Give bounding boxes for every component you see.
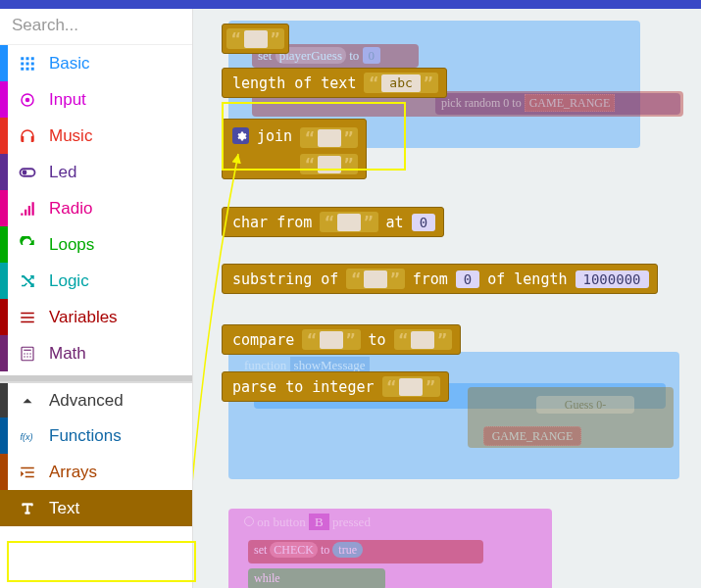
category-radio[interactable]: Radio [0, 190, 192, 226]
block-label: substring of [232, 270, 338, 288]
category-text[interactable]: Text [0, 490, 192, 526]
block-join[interactable]: join “” “” [222, 119, 367, 179]
string-slot[interactable]: “” [302, 329, 360, 350]
category-label: Basic [49, 54, 90, 74]
block-label: parse to integer [232, 378, 375, 396]
category-label: Functions [49, 426, 122, 446]
category-logic[interactable]: Logic [0, 263, 192, 299]
category-label: Logic [49, 271, 89, 291]
category-arrays[interactable]: Arrays [0, 454, 192, 490]
category-label: Math [49, 344, 86, 364]
svg-text:f(x): f(x) [21, 431, 33, 441]
calculator-icon [16, 345, 39, 363]
category-label: Text [49, 499, 79, 518]
string-slot[interactable]: “” [394, 329, 452, 350]
category-list: Basic Input Music Led Radio Loops Logic … [0, 45, 192, 588]
svg-point-3 [23, 170, 27, 174]
search-row [0, 9, 192, 45]
svg-point-1 [25, 97, 30, 102]
toggle-icon [16, 164, 39, 181]
category-label: Advanced [49, 391, 124, 411]
category-label: Arrays [49, 463, 97, 482]
block-label: length of text [232, 74, 356, 92]
signal-icon [16, 200, 39, 218]
grid-icon [16, 55, 39, 73]
fx-icon: f(x) [16, 427, 39, 445]
text-flyout: “” length of text “abc” join “” “” char … [211, 24, 701, 588]
gear-icon[interactable] [232, 127, 249, 144]
string-slot[interactable]: “” [320, 212, 377, 232]
search-input[interactable] [12, 16, 220, 35]
workspace[interactable]: set playerGuess to 0 pick random 0 to GA… [193, 9, 701, 588]
category-music[interactable]: Music [0, 118, 192, 154]
text-icon [16, 500, 39, 517]
category-loops[interactable]: Loops [0, 226, 192, 263]
category-label: Loops [49, 235, 94, 255]
string-slot[interactable]: “abc” [364, 73, 437, 93]
category-label: Music [49, 126, 92, 146]
category-math[interactable]: Math [0, 335, 192, 371]
category-led[interactable]: Led [0, 154, 192, 190]
list-icon [16, 309, 39, 326]
block-label: join [257, 127, 292, 145]
category-variables[interactable]: Variables [0, 299, 192, 335]
block-char-from[interactable]: char from “” at 0 [222, 207, 444, 237]
toolbox-sidebar: Basic Input Music Led Radio Loops Logic … [0, 9, 193, 588]
from-label: from [413, 270, 448, 288]
refresh-icon [16, 236, 39, 254]
category-basic[interactable]: Basic [0, 45, 192, 81]
number-input[interactable]: 0 [456, 270, 479, 288]
block-string-literal[interactable]: “” [222, 24, 289, 54]
category-advanced[interactable]: Advanced [0, 381, 192, 417]
string-slot[interactable]: “” [300, 127, 358, 148]
block-substring[interactable]: substring of “” from 0 of length 1000000 [222, 264, 658, 294]
category-functions[interactable]: f(x)Functions [0, 417, 192, 454]
category-label: Led [49, 163, 76, 182]
string-slot[interactable]: “” [346, 269, 404, 289]
block-label: char from [232, 214, 312, 231]
headphones-icon [16, 127, 39, 145]
category-label: Input [49, 90, 86, 110]
category-input[interactable]: Input [0, 81, 192, 118]
block-length-of-text[interactable]: length of text “abc” [222, 68, 447, 98]
block-compare[interactable]: compare “” to “” [222, 324, 461, 355]
chevron-up-icon [16, 392, 39, 410]
string-slot[interactable]: “” [226, 28, 284, 49]
oflength-label: of length [487, 270, 567, 288]
to-label: to [369, 331, 386, 349]
number-input[interactable]: 1000000 [576, 270, 649, 288]
number-input[interactable]: 0 [412, 214, 435, 231]
target-icon [16, 91, 39, 109]
indent-icon [16, 464, 39, 481]
category-label: Variables [49, 308, 118, 327]
block-label: compare [232, 331, 294, 349]
shuffle-icon [16, 272, 39, 290]
title-bar [0, 0, 701, 9]
block-parse-to-integer[interactable]: parse to integer “” [222, 371, 449, 402]
string-slot[interactable]: “” [382, 376, 440, 397]
at-label: at [386, 214, 404, 231]
string-slot[interactable]: “” [300, 154, 358, 174]
category-label: Radio [49, 199, 92, 219]
